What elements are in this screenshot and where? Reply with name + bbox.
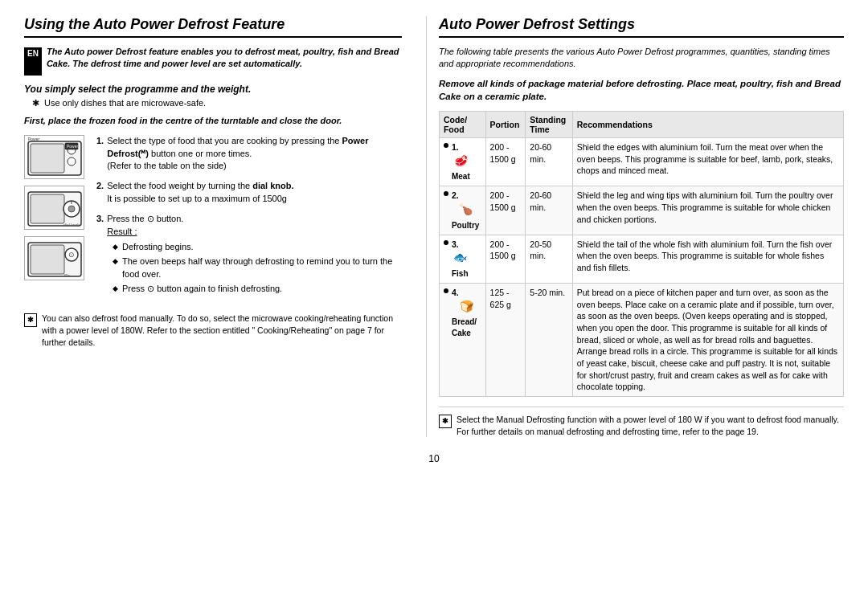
food-row-content-meat: 1. 🥩 Meat	[452, 141, 470, 182]
result-section: Defrosting begins. The oven beeps half w…	[104, 241, 402, 296]
table-row-fish: 3. 🐟 Fish 200 - 1500 g 20-50 min. Shield…	[439, 235, 843, 283]
step-2-line: 2. Select the food weight by turning the…	[96, 180, 402, 205]
page-container: Using the Auto Power Defrost Feature EN …	[24, 16, 844, 437]
steps-text: 1. Select the type of food that you are …	[96, 135, 402, 303]
left-bottom-note: ✱ You can also defrost food manually. To…	[24, 313, 402, 348]
table-body: 1. 🥩 Meat 200 - 1500 g 20-60 min. Shield…	[439, 137, 843, 396]
food-number-row-bread: 4. 🍞 Bread/ Cake	[444, 287, 481, 339]
meat-label: Meat	[452, 171, 470, 182]
en-badge: EN	[24, 47, 42, 76]
food-cell-fish: 3. 🐟 Fish	[439, 235, 485, 283]
steps-section: ⊙ Power Power dial knob	[24, 135, 402, 303]
step-2-sub: It is possible to set up to a maximum of…	[107, 194, 287, 203]
food-row-content-fish: 3. 🐟 Fish	[452, 239, 469, 280]
portion-meat-text: 200 - 1500 g	[490, 142, 516, 164]
bullet-icon-1: ✱	[32, 98, 39, 108]
poultry-row-number: 2.	[452, 190, 479, 202]
table-row-meat: 1. 🥩 Meat 200 - 1500 g 20-60 min. Shield…	[439, 137, 843, 186]
right-bottom-note: ✱ Select the Manual Defrosting function …	[439, 407, 844, 437]
portion-fish-text: 200 - 1500 g	[490, 239, 516, 261]
recommendations-bread: Put bread on a piece of kitchen paper an…	[572, 283, 843, 396]
food-cell-inner-meat: 🥩 Meat	[452, 153, 470, 183]
poultry-label: Poultry	[452, 220, 479, 231]
first-place-text: First, place the frozen food in the cent…	[24, 115, 402, 127]
bread-label: Bread/ Cake	[452, 317, 481, 339]
recommendations-meat: Shield the edges with aluminium foil. Tu…	[572, 137, 843, 186]
standing-time-bread-text: 5-20 min.	[530, 288, 565, 297]
standing-time-meat: 20-60 min.	[526, 137, 572, 186]
note-icon-left: ✱	[24, 313, 37, 327]
result-label: Result :	[107, 227, 137, 236]
step-2-bold: dial knob.	[252, 181, 293, 190]
portion-poultry: 200 - 1500 g	[485, 186, 526, 235]
bread-icon: 🍞	[460, 299, 473, 315]
intro-block: EN The Auto power Defrost feature enable…	[24, 46, 402, 76]
food-number-row-fish: 3. 🐟 Fish	[444, 239, 481, 280]
svg-text:Power: Power	[28, 137, 40, 141]
standing-time-meat-text: 20-60 min.	[530, 142, 551, 164]
page-number: 10	[24, 453, 844, 464]
th-portion: Portion	[485, 111, 526, 137]
intro-paragraph: The Auto power Defrost feature enables y…	[47, 47, 399, 68]
step-1-line: 1. Select the type of food that you are …	[96, 135, 402, 172]
result-item-2: The oven beeps half way through defrosti…	[113, 255, 402, 280]
svg-text:dial knob: dial knob	[63, 223, 80, 227]
result-list: Defrosting begins. The oven beeps half w…	[113, 241, 402, 296]
portion-bread-text: 125 - 625 g	[490, 288, 511, 309]
recommendations-poultry: Shield the leg and wing tips with alumin…	[572, 186, 843, 235]
svg-text:Power: Power	[67, 144, 79, 149]
food-row-content-bread: 4. 🍞 Bread/ Cake	[452, 287, 481, 339]
result-item-3: Press ⊙ button again to finish defrostin…	[113, 283, 402, 295]
food-cell-inner-bread: 🍞 Bread/ Cake	[452, 299, 481, 340]
step-1-sub: (Refer to the table on the side)	[107, 161, 227, 170]
food-number-row-poultry: 2. 🍗 Poultry	[444, 190, 481, 231]
th-standing-time: Standing Time	[526, 111, 572, 137]
step-1: 1. Select the type of food that you are …	[96, 135, 402, 172]
right-title: Auto Power Defrost Settings	[439, 16, 844, 38]
svg-rect-15	[31, 245, 64, 274]
steps-images: ⊙ Power Power dial knob	[24, 135, 88, 303]
sub-bullet-1: ✱ Use only dishes that are microwave-saf…	[32, 98, 402, 108]
left-column: Using the Auto Power Defrost Feature EN …	[24, 16, 410, 437]
left-bottom-note-text: You can also defrost food manually. To d…	[42, 313, 402, 348]
table-header-row: Code/ Food Portion Standing Time Recomme…	[439, 111, 843, 137]
food-cell-inner-fish: 🐟 Fish	[452, 250, 469, 280]
standing-time-fish: 20-50 min.	[526, 235, 572, 283]
th-code-food: Code/ Food	[439, 111, 485, 137]
svg-point-11	[68, 206, 75, 212]
sub-bullet-text-1: Use only dishes that are microwave-safe.	[44, 98, 206, 108]
dot-bullet-meat	[444, 143, 448, 148]
portion-meat: 200 - 1500 g	[485, 137, 526, 186]
step-3-text: Press the ⊙ button. Result :	[107, 213, 183, 238]
result-item-3-text: Press ⊙ button again to finish defrostin…	[122, 283, 282, 295]
result-item-1: Defrosting begins.	[113, 241, 402, 253]
left-title: Using the Auto Power Defrost Feature	[24, 16, 402, 38]
right-bold-intro: Remove all kinds of package material bef…	[439, 77, 844, 103]
step-1-text: Select the type of food that you are coo…	[107, 135, 402, 172]
microwave-svg-3: ⊙ 30s	[27, 239, 83, 279]
portion-poultry-text: 200 - 1500 g	[490, 190, 516, 212]
meat-row-number: 1.	[452, 141, 470, 153]
table-header: Code/ Food Portion Standing Time Recomme…	[439, 111, 843, 137]
food-cell-inner-poultry: 🍗 Poultry	[452, 202, 479, 231]
fish-icon: 🐟	[453, 250, 467, 266]
standing-time-fish-text: 20-50 min.	[530, 239, 551, 261]
svg-text:⊙: ⊙	[68, 251, 75, 259]
meat-icon: 🥩	[454, 153, 468, 170]
step-2-text: Select the food weight by turning the di…	[107, 180, 293, 205]
food-cell-meat: 1. 🥩 Meat	[439, 137, 485, 186]
dot-bullet-bread	[444, 288, 448, 293]
fish-row-number: 3.	[452, 239, 469, 251]
microwave-image-1: ⊙ Power Power	[24, 135, 84, 179]
standing-time-bread: 5-20 min.	[526, 283, 572, 396]
poultry-icon: 🍗	[459, 202, 473, 218]
table-row-bread-cake: 4. 🍞 Bread/ Cake 125 - 625 g 5-20 min. P…	[439, 283, 843, 396]
step-1-number: 1.	[96, 135, 104, 147]
step-2-number: 2.	[96, 180, 104, 192]
fish-label: Fish	[452, 268, 469, 280]
portion-bread: 125 - 625 g	[485, 283, 526, 396]
right-bottom-note-text: Select the Manual Defrosting function wi…	[457, 414, 844, 437]
svg-point-3	[68, 157, 76, 166]
microwave-svg-2: dial knob	[27, 188, 83, 228]
food-number-row-meat: 1. 🥩 Meat	[444, 141, 481, 182]
